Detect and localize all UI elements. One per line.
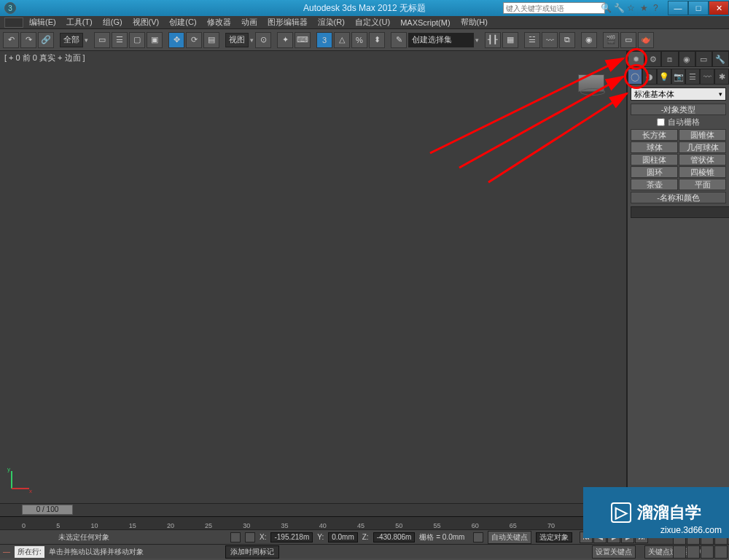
redo-button[interactable]: ↷ bbox=[20, 32, 36, 48]
render-button[interactable]: 🫖 bbox=[638, 32, 654, 48]
mirror-button[interactable]: ┨┠ bbox=[485, 32, 501, 48]
undo-button[interactable]: ↶ bbox=[3, 32, 19, 48]
menu-anim[interactable]: 动画 bbox=[241, 17, 257, 28]
z-field[interactable]: -430.806m bbox=[373, 532, 416, 542]
selection-lock-button[interactable] bbox=[230, 532, 241, 542]
menu-help[interactable]: 帮助(H) bbox=[461, 17, 488, 28]
keymode-button[interactable]: ⌨ bbox=[295, 32, 311, 48]
sphere-button[interactable]: 球体 bbox=[631, 141, 678, 153]
add-time-tag[interactable]: 添加时间标记 bbox=[225, 545, 279, 559]
align-button[interactable]: ▦ bbox=[502, 32, 518, 48]
snap-button[interactable]: 3 bbox=[316, 32, 332, 48]
render-setup-button[interactable]: 🎬 bbox=[603, 32, 619, 48]
hierarchy-tab[interactable]: ⧈ bbox=[661, 51, 678, 67]
utilities-tab[interactable]: 🔧 bbox=[712, 51, 729, 67]
rotate-button[interactable]: ⟳ bbox=[186, 32, 202, 48]
name-color-rollout[interactable]: 名称和颜色 bbox=[631, 192, 726, 203]
menu-render[interactable]: 渲染(R) bbox=[318, 17, 345, 28]
box-button[interactable]: 长方体 bbox=[631, 129, 678, 141]
torus-button[interactable]: 圆环 bbox=[631, 166, 678, 178]
motion-tab[interactable]: ◉ bbox=[679, 51, 695, 67]
menu-view[interactable]: 视图(V) bbox=[133, 17, 160, 28]
selkey-dd[interactable]: 选定对象 bbox=[536, 532, 572, 542]
material-button[interactable]: ◉ bbox=[581, 32, 597, 48]
menu-custom[interactable]: 自定义(U) bbox=[355, 17, 390, 28]
object-type-rollout[interactable]: 对象类型 bbox=[631, 104, 726, 115]
plane-button[interactable]: 平面 bbox=[679, 179, 726, 190]
cone-button[interactable]: 圆锥体 bbox=[679, 129, 726, 141]
teapot-button[interactable]: 茶壶 bbox=[631, 179, 678, 190]
viewport-label[interactable]: [ + 0 前 0 真实 + 边面 ] bbox=[4, 52, 85, 63]
select-name-button[interactable]: ☰ bbox=[112, 32, 128, 48]
systems-cat[interactable]: ✱ bbox=[714, 69, 729, 85]
search-icon[interactable]: 🔍 bbox=[601, 3, 611, 13]
cylinder-button[interactable]: 圆柱体 bbox=[631, 154, 678, 166]
named-sel-dropdown[interactable]: 创建选择集 bbox=[408, 33, 474, 47]
autokey-button[interactable]: 自动关键点 bbox=[488, 531, 531, 544]
spinner-snap-button[interactable]: ⬍ bbox=[369, 32, 385, 48]
percent-snap-button[interactable]: % bbox=[351, 32, 367, 48]
pivot-button[interactable]: ⊙ bbox=[255, 32, 271, 48]
help-search-input[interactable] bbox=[503, 2, 605, 14]
menu-edit[interactable]: 编辑(E) bbox=[29, 17, 56, 28]
move-button[interactable]: ✥ bbox=[168, 32, 184, 48]
geometry-cat[interactable]: ◯ bbox=[628, 69, 642, 85]
refcoord-dropdown[interactable]: 视图 bbox=[225, 33, 249, 47]
display-tab[interactable]: ▭ bbox=[695, 51, 712, 67]
maxtoggle-button[interactable] bbox=[701, 545, 714, 559]
abs-rel-button[interactable] bbox=[245, 532, 255, 542]
menu-graph[interactable]: 图形编辑器 bbox=[268, 17, 308, 28]
maximize-button[interactable]: □ bbox=[688, 1, 709, 15]
time-slider-handle[interactable]: 0 / 100 bbox=[22, 505, 73, 515]
viewcube[interactable] bbox=[578, 74, 604, 92]
autogrid-checkbox[interactable] bbox=[657, 118, 665, 126]
editnamed-button[interactable]: ✎ bbox=[391, 32, 407, 48]
app-menu-button[interactable] bbox=[4, 18, 23, 28]
menu-create[interactable]: 创建(C) bbox=[169, 17, 196, 28]
geosphere-button[interactable]: 几何球体 bbox=[679, 141, 726, 153]
rendered-frame-button[interactable]: ▭ bbox=[620, 32, 636, 48]
viewport[interactable]: [ + 0 前 0 真实 + 边面 ] yx bbox=[0, 51, 627, 503]
lights-cat[interactable]: 💡 bbox=[657, 69, 671, 85]
select-button[interactable]: ▭ bbox=[94, 32, 110, 48]
object-name-input[interactable] bbox=[631, 206, 729, 218]
tube-button[interactable]: 管状体 bbox=[679, 154, 726, 166]
autogrid-row: 自动栅格 bbox=[632, 117, 725, 128]
angle-snap-button[interactable]: △ bbox=[334, 32, 350, 48]
setkey-button[interactable]: 设置关键点 bbox=[592, 545, 636, 559]
layer-button[interactable]: ☱ bbox=[524, 32, 540, 48]
walk-button[interactable] bbox=[714, 545, 728, 559]
zoom-ext-button[interactable] bbox=[673, 545, 686, 559]
menu-maxscript[interactable]: MAXScript(M) bbox=[400, 18, 450, 27]
menu-group[interactable]: 组(G) bbox=[103, 17, 122, 28]
close-button[interactable]: ✕ bbox=[709, 1, 729, 15]
cameras-cat[interactable]: 📷 bbox=[671, 69, 686, 85]
app-logo-icon[interactable]: 3 bbox=[4, 2, 16, 14]
primitive-type-dropdown[interactable]: 标准基本体 bbox=[631, 88, 726, 101]
comm-icon[interactable]: ☆ bbox=[627, 3, 637, 13]
selection-filter-dropdown[interactable]: 全部 bbox=[60, 33, 83, 47]
y-field[interactable]: 0.0mm bbox=[328, 532, 358, 542]
helpers-cat[interactable]: ☰ bbox=[685, 69, 700, 85]
shapes-cat[interactable]: ◑ bbox=[642, 69, 657, 85]
pyramid-button[interactable]: 四棱锥 bbox=[679, 166, 726, 178]
scale-button[interactable]: ▤ bbox=[203, 32, 219, 48]
create-tab[interactable]: ✹ bbox=[628, 51, 644, 67]
link-button[interactable]: 🔗 bbox=[38, 32, 54, 48]
help-icon[interactable]: ? bbox=[653, 3, 663, 13]
fav-icon[interactable]: ★ bbox=[640, 3, 650, 13]
orbit-button[interactable] bbox=[687, 545, 700, 559]
key-button[interactable] bbox=[473, 532, 483, 542]
modify-tab[interactable]: ⚙ bbox=[644, 51, 661, 67]
menu-tools[interactable]: 工具(T) bbox=[66, 17, 93, 28]
space-cat[interactable]: 〰 bbox=[700, 69, 714, 85]
key-icon[interactable]: 🔧 bbox=[614, 3, 624, 13]
schematic-button[interactable]: ⧉ bbox=[559, 32, 575, 48]
window-cross-button[interactable]: ▣ bbox=[147, 32, 163, 48]
manip-button[interactable]: ✦ bbox=[277, 32, 293, 48]
curve-button[interactable]: 〰 bbox=[542, 32, 558, 48]
menu-modifier[interactable]: 修改器 bbox=[207, 17, 231, 28]
x-field[interactable]: -195.218m bbox=[270, 532, 313, 542]
minimize-button[interactable]: — bbox=[668, 1, 688, 15]
select-region-button[interactable]: ▢ bbox=[129, 32, 145, 48]
